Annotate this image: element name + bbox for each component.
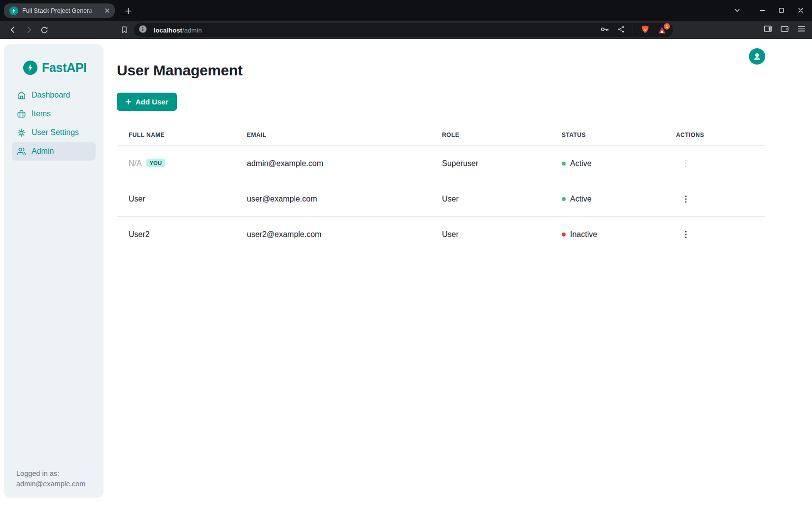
maximize-button[interactable]	[775, 4, 788, 17]
kebab-icon	[685, 231, 687, 238]
you-badge: YOU	[146, 159, 166, 167]
cell-status: Active	[570, 159, 592, 168]
status-dot	[562, 162, 566, 166]
cell-email: admin@example.com	[235, 146, 430, 181]
col-status: STATUS	[550, 129, 664, 146]
url-path: /admin	[182, 27, 202, 34]
col-role: ROLE	[430, 129, 550, 146]
cell-role: User	[430, 217, 550, 252]
sidebar-item-user-settings[interactable]: User Settings	[12, 123, 96, 142]
browser-tab-strip: Full Stack Project Genera	[0, 0, 812, 21]
share-icon[interactable]	[617, 25, 625, 35]
sidebar-item-admin[interactable]: Admin	[12, 142, 96, 161]
password-key-icon[interactable]	[600, 25, 609, 36]
status-dot	[562, 233, 566, 236]
logged-in-info: Logged in as: admin@example.com	[16, 469, 85, 489]
sidebar-item-label: Items	[32, 109, 51, 118]
bookmark-icon[interactable]	[117, 23, 131, 37]
kebab-icon	[685, 195, 687, 203]
wallet-icon[interactable]	[780, 24, 789, 35]
sidebar-item-items[interactable]: Items	[12, 104, 96, 123]
window-controls	[731, 0, 807, 21]
new-tab-button[interactable]	[122, 4, 135, 17]
page-title: User Management	[117, 39, 765, 79]
col-email: EMAIL	[235, 129, 430, 146]
cell-status: Active	[570, 195, 592, 203]
main-content: User Management Add User FULL NAME EMAIL…	[117, 39, 765, 252]
forward-button[interactable]	[22, 23, 35, 37]
users-table: FULL NAME EMAIL ROLE STATUS ACTIONS N/AY…	[117, 129, 765, 252]
cell-role: User	[430, 181, 550, 217]
cell-email: user@example.com	[235, 181, 430, 217]
logged-in-email: admin@example.com	[16, 479, 85, 489]
col-full-name: FULL NAME	[117, 129, 235, 146]
url-bar[interactable]: localhost/admin 1	[134, 23, 673, 37]
status-dot	[562, 197, 566, 201]
home-icon	[17, 91, 26, 100]
col-actions: ACTIONS	[664, 129, 765, 146]
toolbar-right-actions	[763, 21, 806, 39]
sidebar-item-dashboard[interactable]: Dashboard	[12, 86, 96, 104]
briefcase-icon	[17, 109, 26, 119]
toolbar-divider	[633, 26, 633, 34]
url-text: localhost/admin	[154, 27, 202, 34]
brave-shield-icon[interactable]	[641, 25, 650, 36]
cell-full-name: User2	[117, 217, 235, 252]
logged-in-label: Logged in as:	[16, 469, 85, 479]
users-icon	[17, 147, 26, 156]
gear-icon	[17, 128, 26, 137]
add-user-button[interactable]: Add User	[117, 93, 177, 111]
cell-full-name: N/A	[129, 159, 142, 168]
table-header-row: FULL NAME EMAIL ROLE STATUS ACTIONS	[117, 129, 765, 146]
user-astronaut-icon	[753, 52, 761, 61]
tab-title: Full Stack Project Genera	[22, 7, 100, 14]
urlbar-actions: 1	[600, 25, 667, 36]
browser-toolbar: localhost/admin 1	[0, 21, 812, 39]
sidebar-item-label: Admin	[32, 147, 54, 156]
site-info-icon[interactable]	[138, 25, 147, 35]
sidebar: FastAPI Dashboard Items User Settings Ad…	[4, 44, 103, 498]
brave-rewards-icon[interactable]: 1	[657, 26, 667, 35]
add-user-label: Add User	[135, 98, 169, 106]
row-actions-menu-button[interactable]	[682, 193, 690, 205]
minimize-button[interactable]	[756, 4, 769, 17]
browser-tab[interactable]: Full Stack Project Genera	[4, 3, 115, 18]
table-row: N/AYOU admin@example.com Superuser Activ…	[117, 146, 765, 181]
rewards-count-badge: 1	[664, 23, 670, 30]
url-host: localhost	[154, 27, 182, 34]
sidebar-panel-icon[interactable]	[763, 24, 773, 35]
sidebar-item-label: User Settings	[32, 128, 79, 137]
admin-page: FastAPI Dashboard Items User Settings Ad…	[0, 39, 812, 505]
plus-icon	[125, 99, 132, 105]
reload-button[interactable]	[37, 23, 51, 37]
sidebar-item-label: Dashboard	[32, 91, 70, 100]
logo-text: FastAPI	[42, 61, 87, 75]
menu-hamburger-icon[interactable]	[797, 24, 806, 35]
row-actions-menu-button[interactable]	[682, 158, 690, 169]
cell-status: Inactive	[570, 230, 597, 239]
back-button[interactable]	[6, 23, 20, 37]
table-row: User user@example.com User Active	[117, 181, 765, 217]
row-actions-menu-button[interactable]	[682, 229, 690, 240]
fastapi-bolt-icon	[23, 61, 37, 75]
close-window-button[interactable]	[794, 4, 807, 17]
kebab-icon	[685, 160, 687, 168]
tab-search-chevron-icon[interactable]	[731, 4, 744, 17]
cell-email: user2@example.com	[235, 217, 430, 252]
sidebar-nav: Dashboard Items User Settings Admin	[12, 86, 96, 161]
fastapi-logo: FastAPI	[23, 61, 103, 75]
cell-role: Superuser	[430, 146, 550, 181]
user-menu-button[interactable]	[749, 48, 765, 65]
tab-close-icon[interactable]	[104, 7, 110, 14]
cell-full-name: User	[117, 181, 235, 217]
fastapi-favicon-icon	[9, 6, 18, 15]
table-row: User2 user2@example.com User Inactive	[117, 217, 765, 252]
